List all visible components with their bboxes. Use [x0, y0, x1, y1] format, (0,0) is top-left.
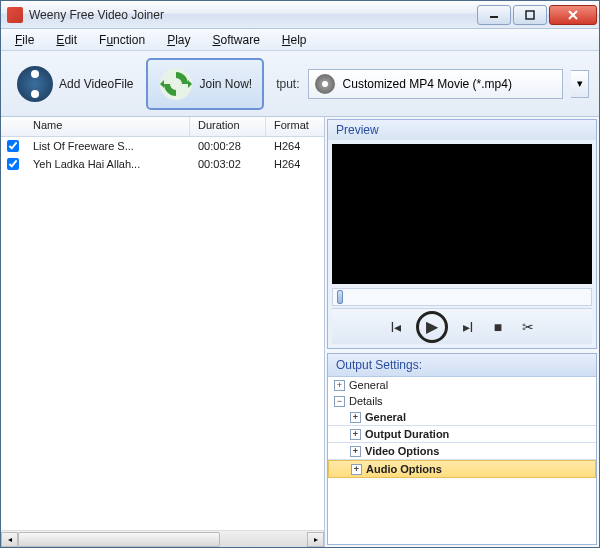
tree-node-details[interactable]: − Details — [328, 393, 596, 409]
minimize-button[interactable] — [477, 5, 511, 25]
stop-button[interactable]: ■ — [488, 317, 508, 337]
row-duration: 00:00:28 — [190, 140, 266, 152]
list-header: Name Duration Format — [1, 117, 324, 137]
add-video-label: Add VideoFile — [59, 77, 134, 91]
skip-back-icon: I◂ — [391, 319, 402, 335]
output-settings-panel: Output Settings: + General − Details + G… — [327, 353, 597, 545]
scroll-left-button[interactable]: ◂ — [1, 532, 18, 547]
col-name[interactable]: Name — [25, 117, 190, 136]
window-buttons — [477, 5, 597, 25]
output-format-combo[interactable]: Customized MP4 Movie (*.mp4) — [308, 69, 563, 99]
menu-software[interactable]: Software — [202, 31, 269, 49]
tree-node-audio-options[interactable]: + Audio Options — [328, 460, 596, 478]
col-checkbox[interactable] — [1, 117, 25, 136]
join-now-button[interactable]: Join Now! — [146, 58, 265, 110]
preview-title: Preview — [328, 120, 596, 140]
scroll-thumb[interactable] — [18, 532, 220, 547]
seek-bar[interactable] — [332, 288, 592, 306]
row-name: List Of Freeware S... — [25, 140, 190, 152]
list-row[interactable]: List Of Freeware S... 00:00:28 H264 — [1, 137, 324, 155]
output-label: tput: — [276, 77, 299, 91]
main-body: Name Duration Format List Of Freeware S.… — [1, 117, 599, 547]
skip-back-button[interactable]: I◂ — [386, 317, 406, 337]
output-format-dropdown-button[interactable]: ▾ — [571, 70, 589, 98]
list-row[interactable]: Yeh Ladka Hai Allah... 00:03:02 H264 — [1, 155, 324, 173]
svg-rect-1 — [526, 11, 534, 19]
expand-icon[interactable]: + — [334, 380, 345, 391]
menu-function[interactable]: Function — [89, 31, 155, 49]
film-reel-icon — [17, 66, 53, 102]
app-window: Weeny Free Video Joiner File Edit Functi… — [0, 0, 600, 548]
video-preview[interactable] — [332, 144, 592, 284]
skip-forward-button[interactable]: ▸I — [458, 317, 478, 337]
toolbar: Add VideoFile Join Now! tput: Customized… — [1, 51, 599, 117]
add-video-button[interactable]: Add VideoFile — [11, 64, 140, 104]
stop-icon: ■ — [494, 319, 502, 335]
tree-node-output-duration[interactable]: + Output Duration — [328, 426, 596, 443]
app-icon — [7, 7, 23, 23]
settings-tree[interactable]: + General − Details + General + Output D… — [328, 377, 596, 544]
menu-file[interactable]: File — [5, 31, 44, 49]
tree-node-general[interactable]: + General — [328, 409, 596, 426]
minimize-icon — [489, 10, 499, 20]
list-body[interactable]: List Of Freeware S... 00:00:28 H264 Yeh … — [1, 137, 324, 530]
output-settings-title: Output Settings: — [328, 354, 596, 377]
scissors-icon: ✂ — [522, 319, 534, 335]
row-duration: 00:03:02 — [190, 158, 266, 170]
expand-icon[interactable]: + — [350, 412, 361, 423]
col-format[interactable]: Format — [266, 117, 324, 136]
chevron-down-icon: ▾ — [577, 77, 583, 90]
horizontal-scrollbar[interactable]: ◂ ▸ — [1, 530, 324, 547]
skip-forward-icon: ▸I — [463, 319, 474, 335]
row-checkbox[interactable] — [7, 140, 19, 152]
join-icon — [158, 66, 194, 102]
play-button[interactable]: ▶ — [416, 311, 448, 343]
row-format: H264 — [266, 158, 324, 170]
expand-icon[interactable]: + — [350, 446, 361, 457]
cut-button[interactable]: ✂ — [518, 317, 538, 337]
menubar: File Edit Function Play Software Help — [1, 29, 599, 51]
close-icon — [567, 9, 579, 21]
titlebar: Weeny Free Video Joiner — [1, 1, 599, 29]
file-list-panel: Name Duration Format List Of Freeware S.… — [1, 117, 325, 547]
playback-controls: I◂ ▶ ▸I ■ ✂ — [332, 308, 592, 344]
expand-icon[interactable]: + — [351, 464, 362, 475]
row-name: Yeh Ladka Hai Allah... — [25, 158, 190, 170]
output-area: tput: Customized MP4 Movie (*.mp4) ▾ — [276, 69, 589, 99]
row-checkbox[interactable] — [7, 158, 19, 170]
seek-knob[interactable] — [337, 290, 343, 304]
maximize-icon — [525, 10, 535, 20]
output-format-text: Customized MP4 Movie (*.mp4) — [343, 77, 556, 91]
menu-play[interactable]: Play — [157, 31, 200, 49]
menu-edit[interactable]: Edit — [46, 31, 87, 49]
menu-help[interactable]: Help — [272, 31, 317, 49]
close-button[interactable] — [549, 5, 597, 25]
expand-icon[interactable]: + — [350, 429, 361, 440]
film-reel-small-icon — [315, 74, 335, 94]
window-title: Weeny Free Video Joiner — [29, 8, 477, 22]
tree-node-video-options[interactable]: + Video Options — [328, 443, 596, 460]
col-duration[interactable]: Duration — [190, 117, 266, 136]
play-icon: ▶ — [426, 317, 438, 336]
right-panel: Preview I◂ ▶ ▸I ■ ✂ Output Settings: + — [325, 117, 599, 547]
maximize-button[interactable] — [513, 5, 547, 25]
collapse-icon[interactable]: − — [334, 396, 345, 407]
preview-panel: Preview I◂ ▶ ▸I ■ ✂ — [327, 119, 597, 349]
tree-node-general-top[interactable]: + General — [328, 377, 596, 393]
scroll-right-button[interactable]: ▸ — [307, 532, 324, 547]
scroll-track[interactable] — [18, 532, 307, 547]
join-now-label: Join Now! — [200, 77, 253, 91]
row-format: H264 — [266, 140, 324, 152]
